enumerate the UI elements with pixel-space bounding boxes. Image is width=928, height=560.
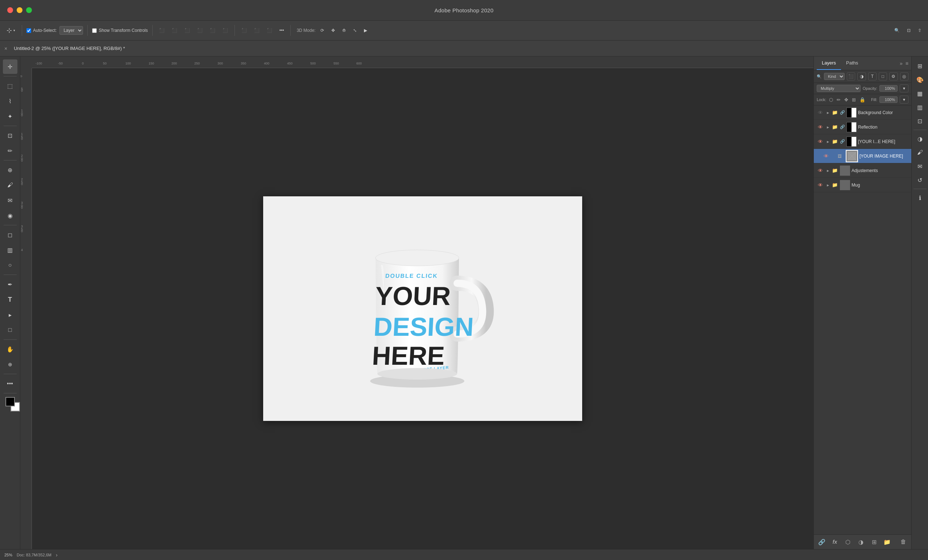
- lock-all-button[interactable]: 🔒: [859, 96, 866, 103]
- align-center-h-button[interactable]: ⬛: [169, 26, 179, 34]
- layer-expand-toggle[interactable]: [826, 139, 830, 144]
- layer-link-button[interactable]: 🔗: [817, 537, 827, 547]
- layer-fx-button[interactable]: fx: [830, 537, 840, 547]
- filter-toggle-button[interactable]: ◎: [900, 72, 908, 81]
- filter-type-button[interactable]: T: [868, 72, 876, 81]
- zoom-tool[interactable]: ⊕: [3, 357, 17, 372]
- transform-controls-label[interactable]: Show Transform Controls: [92, 28, 148, 33]
- layers-menu-button[interactable]: ≡: [905, 61, 908, 66]
- clone-stamp-tool[interactable]: ✉: [3, 193, 17, 208]
- lock-artboard-button[interactable]: ⊞: [851, 96, 856, 103]
- canvas-document[interactable]: DOUBLE CLICK YOUR DESIGN HERE SMART OBJE…: [263, 196, 582, 421]
- opacity-dropdown-button[interactable]: ▾: [900, 84, 908, 92]
- adjustments-button[interactable]: ◑: [914, 132, 926, 145]
- info-button[interactable]: ℹ: [914, 191, 926, 204]
- layer-select[interactable]: Layer: [60, 26, 83, 35]
- history-brush-tool[interactable]: ◉: [3, 208, 17, 223]
- move-tool-button[interactable]: ⊹ ▾: [5, 25, 17, 36]
- filter-kind-select[interactable]: Kind: [824, 73, 845, 80]
- patterns-button[interactable]: ⊡: [914, 114, 926, 128]
- eyedropper-tool[interactable]: ✏: [3, 143, 17, 158]
- lock-transparent-button[interactable]: ⬡: [828, 96, 834, 103]
- layer-mask-button[interactable]: ⬡: [843, 537, 853, 547]
- 3d-slide-button[interactable]: ⟰: [340, 26, 348, 34]
- eraser-tool[interactable]: ◻: [3, 227, 17, 242]
- layer-visibility-toggle[interactable]: 👁: [817, 123, 824, 131]
- swatches-button[interactable]: ▦: [914, 87, 926, 100]
- properties-button[interactable]: ⊞: [914, 59, 926, 72]
- layer-item[interactable]: 👁 📁 Adjustements: [814, 163, 911, 178]
- crop-tool[interactable]: ⊡: [3, 128, 17, 143]
- close-button[interactable]: [7, 7, 13, 13]
- filter-smart-button[interactable]: ⚙: [889, 72, 897, 81]
- layer-group-button[interactable]: 📁: [882, 537, 892, 547]
- layer-item[interactable]: 👁 📁 🔗 Background Color: [814, 105, 911, 120]
- lock-position-button[interactable]: ✥: [844, 96, 849, 103]
- color-picker-button[interactable]: 🎨: [914, 73, 926, 86]
- layer-expand-toggle[interactable]: [826, 183, 830, 188]
- layer-visibility-toggle[interactable]: 👁: [817, 109, 824, 116]
- layer-delete-button[interactable]: 🗑: [898, 537, 908, 547]
- gradient-tool[interactable]: ▥: [3, 243, 17, 257]
- 3d-video-button[interactable]: ▶: [362, 26, 369, 34]
- lock-pixels-button[interactable]: ✏: [836, 96, 841, 103]
- dist-v-button[interactable]: ⬛: [252, 26, 262, 34]
- pen-tool[interactable]: ✒: [3, 277, 17, 292]
- fill-input[interactable]: [879, 96, 897, 103]
- filter-pixel-button[interactable]: ⬛: [847, 72, 855, 81]
- layer-expand-toggle[interactable]: [826, 125, 830, 130]
- layer-adj-button[interactable]: ⊞: [869, 537, 879, 547]
- foreground-color[interactable]: [5, 397, 15, 406]
- layer-item[interactable]: 👁 🖼 [YOUR IMAGE HERE]: [814, 149, 911, 163]
- layer-fill-button[interactable]: ◑: [856, 537, 866, 547]
- tab-layers[interactable]: Layers: [817, 56, 841, 70]
- align-center-v-button[interactable]: ⬛: [208, 26, 218, 34]
- layer-expand-toggle[interactable]: [826, 168, 830, 173]
- more-options-button[interactable]: •••: [277, 26, 286, 34]
- minimize-button[interactable]: [17, 7, 23, 13]
- more-tools-button[interactable]: •••: [3, 376, 17, 391]
- move-tool[interactable]: ✛: [3, 59, 17, 74]
- layers-expand-button[interactable]: »: [900, 61, 903, 66]
- workspace-button[interactable]: ⊡: [905, 26, 913, 34]
- align-right-button[interactable]: ⬛: [182, 26, 192, 34]
- magic-wand-tool[interactable]: ✦: [3, 109, 17, 123]
- layer-visibility-toggle[interactable]: 👁: [817, 138, 824, 145]
- opacity-input[interactable]: [879, 85, 897, 92]
- align-left-button[interactable]: ⬛: [157, 26, 167, 34]
- layer-visibility-toggle[interactable]: 👁: [817, 181, 824, 189]
- layer-item[interactable]: 👁 📁 🔗 [YOUR I...E HERE]: [814, 134, 911, 149]
- transform-controls-checkbox[interactable]: [92, 28, 97, 33]
- tab-title[interactable]: Untitled-2 @ 25% ([YOUR IMAGE HERE], RGB…: [11, 44, 128, 53]
- layer-expand-toggle[interactable]: [826, 110, 830, 115]
- gradients-button[interactable]: ▥: [914, 101, 926, 114]
- filter-adj-button[interactable]: ◑: [857, 72, 865, 81]
- tab-close-button[interactable]: ×: [3, 44, 9, 53]
- tab-paths[interactable]: Paths: [841, 56, 863, 70]
- auto-select-checkbox[interactable]: [26, 28, 31, 33]
- dist-h-button[interactable]: ⬛: [239, 26, 249, 34]
- brush-settings-button[interactable]: 🖌: [914, 146, 926, 159]
- 3d-rotate-button[interactable]: ⟳: [318, 26, 326, 34]
- dodge-tool[interactable]: ○: [3, 258, 17, 272]
- layer-visibility-toggle[interactable]: 👁: [823, 152, 830, 160]
- path-select-tool[interactable]: ▸: [3, 307, 17, 322]
- rect-select-tool[interactable]: ⬚: [3, 79, 17, 93]
- filter-shape-button[interactable]: □: [879, 72, 887, 81]
- align-bottom-button[interactable]: ⬛: [220, 26, 230, 34]
- layer-visibility-toggle[interactable]: 👁: [817, 167, 824, 174]
- brush-tool[interactable]: 🖌: [3, 178, 17, 192]
- align-top-button[interactable]: ⬛: [195, 26, 205, 34]
- search-button[interactable]: 🔍: [892, 26, 902, 34]
- text-tool[interactable]: T: [3, 292, 17, 307]
- fill-dropdown-button[interactable]: ▾: [900, 96, 908, 103]
- maximize-button[interactable]: [26, 7, 32, 13]
- hand-tool[interactable]: ✋: [3, 342, 17, 356]
- blend-mode-select[interactable]: Multiply: [817, 85, 861, 92]
- 3d-pan-button[interactable]: ✥: [329, 26, 337, 34]
- layer-item[interactable]: 👁 📁 🔗 Reflection: [814, 120, 911, 134]
- lasso-tool[interactable]: ⌇: [3, 94, 17, 108]
- healing-brush-tool[interactable]: ⊕: [3, 163, 17, 177]
- shape-tool[interactable]: □: [3, 323, 17, 337]
- auto-select-label[interactable]: Auto-Select:: [26, 28, 56, 33]
